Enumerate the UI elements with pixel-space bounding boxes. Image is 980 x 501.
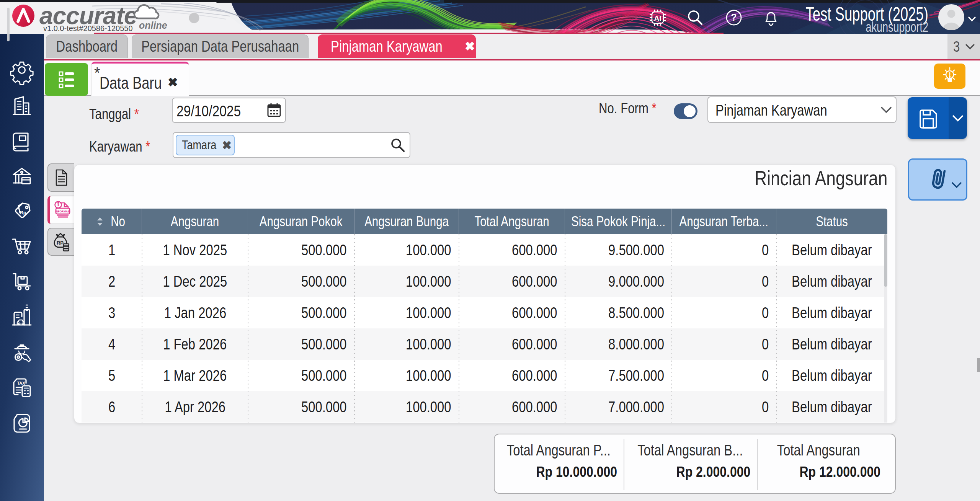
svg-text:AI: AI (654, 14, 662, 22)
svg-text:TAX: TAX (17, 381, 25, 385)
svg-text:Rp: Rp (20, 210, 26, 215)
svg-text:RP: RP (57, 240, 64, 246)
svg-text:akunsupport2: akunsupport2 (866, 19, 928, 35)
svg-text:online: online (139, 20, 167, 31)
svg-text:?: ? (731, 12, 737, 23)
svg-text:v1.0.0-test#20586-120550: v1.0.0-test#20586-120550 (43, 24, 133, 33)
svg-text:INFORMASI: INFORMASI (55, 210, 70, 213)
